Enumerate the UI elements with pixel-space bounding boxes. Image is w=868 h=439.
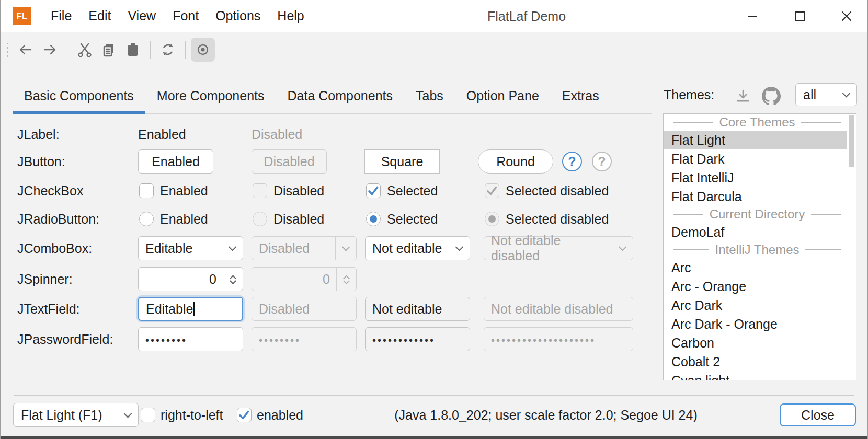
title-bar: FL File Edit View Font Options Help Flat… xyxy=(1,0,867,32)
passwordfield-editable[interactable]: •••••••• xyxy=(138,327,243,351)
tab-tabs[interactable]: Tabs xyxy=(404,78,455,113)
laf-selector-combobox[interactable]: Flat Light (F1) xyxy=(13,403,139,427)
github-button[interactable] xyxy=(762,87,781,108)
back-button[interactable] xyxy=(14,38,38,62)
combobox-value: Not editable xyxy=(372,241,442,256)
theme-item-arc[interactable]: Arc xyxy=(664,258,847,277)
spinner-arrows[interactable] xyxy=(223,268,243,291)
theme-item-arc-dark-orange[interactable]: Arc Dark - Orange xyxy=(664,315,847,333)
combobox-not-editable[interactable]: Not editable xyxy=(365,236,470,260)
theme-filter-combobox[interactable]: all xyxy=(795,83,857,106)
tab-more-components[interactable]: More Components xyxy=(145,78,276,113)
paste-icon xyxy=(124,41,142,59)
right-to-left-checkbox[interactable] xyxy=(141,408,155,422)
radio-disabled xyxy=(253,212,267,226)
close-window-button[interactable] xyxy=(833,0,860,32)
radio-selected[interactable] xyxy=(366,212,381,226)
maximize-button[interactable] xyxy=(786,0,814,32)
theme-item-cobalt-2[interactable]: Cobalt 2 xyxy=(664,352,847,371)
combobox-value: Disabled xyxy=(259,241,310,256)
combobox-arrow xyxy=(612,237,633,260)
theme-item-arc-orange[interactable]: Arc - Orange xyxy=(664,277,847,296)
button-round[interactable]: Round xyxy=(478,149,553,174)
theme-item-arc-dark[interactable]: Arc Dark xyxy=(664,296,847,315)
row-label-jpasswordfield: JPasswordField: xyxy=(17,331,113,347)
checkbox-selected-label: Selected xyxy=(387,183,438,199)
radio-enabled-label: Enabled xyxy=(160,211,208,227)
copy-button[interactable] xyxy=(97,38,121,62)
spinner-value[interactable]: 0 xyxy=(139,272,223,287)
theme-item-flat-darcula[interactable]: Flat Darcula xyxy=(664,187,847,206)
forward-button[interactable] xyxy=(38,38,62,62)
textfield-disabled: Disabled xyxy=(252,297,357,321)
button-square[interactable]: Square xyxy=(364,149,440,174)
enabled-checkbox[interactable] xyxy=(237,408,252,422)
checkbox-selected-disabled xyxy=(485,183,499,198)
row-label-jcheckbox: JCheckBox xyxy=(17,183,83,199)
row-label-jtextfield: JTextField: xyxy=(17,301,79,317)
spinner-enabled[interactable]: 0 xyxy=(138,267,243,291)
refresh-button[interactable] xyxy=(156,38,180,62)
status-info-text: (Java 1.8.0_202; user scale factor 2.0; … xyxy=(387,408,704,423)
help-button[interactable]: ? xyxy=(562,152,582,171)
toolbar-grip-handle[interactable] xyxy=(7,43,8,57)
radio-enabled[interactable] xyxy=(139,212,154,226)
theme-item-cyan-light[interactable]: Cyan light xyxy=(664,371,847,380)
chevron-down-icon xyxy=(842,89,851,97)
toolbar-separator xyxy=(185,41,186,59)
checkbox-disabled xyxy=(253,183,267,198)
maximize-icon xyxy=(795,11,805,21)
textfield-editable[interactable]: Editable xyxy=(138,297,243,321)
combobox-editable[interactable]: Editable xyxy=(138,236,243,260)
theme-item-carbon[interactable]: Carbon xyxy=(664,333,847,352)
combobox-value: Editable xyxy=(145,241,192,256)
theme-item-flat-dark[interactable]: Flat Dark xyxy=(664,149,847,168)
menu-edit[interactable]: Edit xyxy=(80,0,119,32)
combobox-disabled: Disabled xyxy=(252,236,357,260)
scrollbar-thumb[interactable] xyxy=(849,115,854,167)
theme-item-flat-light[interactable]: Flat Light xyxy=(664,131,847,149)
row-label-jlabel: JLabel: xyxy=(17,126,60,142)
button-enabled[interactable]: Enabled xyxy=(138,149,213,174)
row-label-jspinner: JSpinner: xyxy=(17,271,73,287)
close-button[interactable]: Close xyxy=(780,403,856,426)
flatlaf-demo-window: FL File Edit View Font Options Help Flat… xyxy=(0,0,868,439)
cut-button[interactable] xyxy=(73,38,97,62)
menu-help[interactable]: Help xyxy=(269,0,312,32)
menu-view[interactable]: View xyxy=(119,0,164,32)
tab-extras[interactable]: Extras xyxy=(551,78,611,113)
tab-data-components[interactable]: Data Components xyxy=(276,78,404,113)
download-themes-button[interactable] xyxy=(735,88,751,107)
paste-button[interactable] xyxy=(121,38,145,62)
combobox-arrow[interactable] xyxy=(449,237,470,260)
menu-bar: File Edit View Font Options Help xyxy=(42,0,313,32)
tab-option-pane[interactable]: Option Pane xyxy=(455,78,551,113)
password-dots: •••••••••••• xyxy=(372,332,435,346)
combobox-not-editable-disabled: Not editable disabled xyxy=(484,236,633,260)
passwordfield-not-editable[interactable]: •••••••••••• xyxy=(365,327,470,351)
tab-basic-components[interactable]: Basic Components xyxy=(13,78,145,113)
theme-item-flat-intellij[interactable]: Flat IntelliJ xyxy=(664,168,847,187)
chevron-down-icon xyxy=(455,242,463,251)
textfield-not-editable[interactable]: Not editable xyxy=(365,297,470,321)
chevron-down-icon xyxy=(342,242,350,251)
checkbox-selected[interactable] xyxy=(366,183,381,198)
combobox-arrow[interactable] xyxy=(222,237,243,260)
themes-scrollbar[interactable] xyxy=(847,114,856,380)
password-dots: •••••••••••••••••••• xyxy=(491,332,596,346)
checkbox-selected-disabled-label: Selected disabled xyxy=(506,183,609,199)
radio-disabled-label: Disabled xyxy=(273,211,324,227)
menu-file[interactable]: File xyxy=(42,0,80,32)
menu-font[interactable]: Font xyxy=(164,0,207,32)
textfield-value: Not editable disabled xyxy=(491,302,613,317)
minimize-button[interactable] xyxy=(739,0,766,32)
copy-icon xyxy=(100,41,118,59)
back-arrow-icon xyxy=(17,41,35,59)
theme-item-demolaf[interactable]: DemoLaf xyxy=(664,223,847,241)
statusbar-separator xyxy=(14,395,854,396)
chevron-down-icon xyxy=(618,242,626,251)
show-hidden-toggle-button[interactable] xyxy=(191,38,215,62)
menu-options[interactable]: Options xyxy=(207,0,269,32)
checkbox-enabled[interactable] xyxy=(139,183,154,198)
chevron-down-icon xyxy=(229,242,237,251)
